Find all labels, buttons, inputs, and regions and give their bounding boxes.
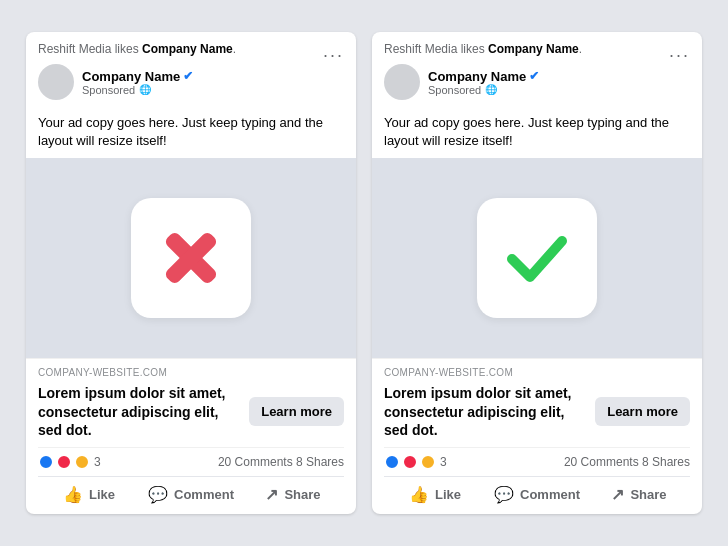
- likes-text-1: Reshift Media likes: [38, 42, 142, 56]
- profile-row-2: Company Name ✔ Sponsored 🌐: [384, 64, 690, 100]
- facebook-ad-card-1: Reshift Media likes Company Name. ... Co…: [26, 32, 356, 514]
- dot-red-1: [56, 454, 72, 470]
- facebook-ad-card-2: Reshift Media likes Company Name. ... Co…: [372, 32, 702, 514]
- likes-bar-2: Reshift Media likes Company Name. ...: [384, 42, 690, 56]
- dot-red-2: [402, 454, 418, 470]
- sponsored-row-2: Sponsored 🌐: [428, 84, 539, 96]
- comments-shares-1: 20 Comments 8 Shares: [218, 455, 344, 469]
- actions-bar-1: 👍 Like 💬 Comment ↗ Share: [38, 476, 344, 514]
- cross-icon: [156, 223, 226, 293]
- comment-button-1[interactable]: 💬 Comment: [140, 479, 242, 510]
- card-header-2: Reshift Media likes Company Name. ... Co…: [372, 32, 702, 106]
- share-icon-1: ↗: [265, 485, 278, 504]
- reactions-bar-2: 3 20 Comments 8 Shares: [384, 447, 690, 476]
- ad-copy-2: Your ad copy goes here. Just keep typing…: [372, 106, 702, 158]
- company-name-likes-2: Company Name: [488, 42, 579, 56]
- reactions-left-2: 3: [384, 454, 447, 470]
- dot-yellow-2: [420, 454, 436, 470]
- reactions-bar-1: 3 20 Comments 8 Shares: [38, 447, 344, 476]
- comment-button-2[interactable]: 💬 Comment: [486, 479, 588, 510]
- card-bottom-1: COMPANY-WEBSITE.COM Lorem ipsum dolor si…: [26, 358, 356, 514]
- dot-blue-2: [384, 454, 400, 470]
- ad-footer-1: Lorem ipsum dolor sit amet, consectetur …: [38, 380, 344, 447]
- reaction-dots-1: [38, 454, 90, 470]
- avatar-1: [38, 64, 74, 100]
- reaction-dots-2: [384, 454, 436, 470]
- ad-footer-2: Lorem ipsum dolor sit amet, consectetur …: [384, 380, 690, 447]
- company-name-likes-1: Company Name: [142, 42, 233, 56]
- check-icon: [502, 223, 572, 293]
- card-header-1: Reshift Media likes Company Name. ... Co…: [26, 32, 356, 106]
- verified-icon-2: ✔: [529, 69, 539, 83]
- profile-row-1: Company Name ✔ Sponsored 🌐: [38, 64, 344, 100]
- sponsored-row-1: Sponsored 🌐: [82, 84, 193, 96]
- dot-blue-1: [38, 454, 54, 470]
- ad-copy-1: Your ad copy goes here. Just keep typing…: [26, 106, 356, 158]
- ad-headline-1: Lorem ipsum dolor sit amet, consectetur …: [38, 384, 249, 439]
- like-icon-2: 👍: [409, 485, 429, 504]
- like-button-1[interactable]: 👍 Like: [38, 479, 140, 510]
- like-icon-1: 👍: [63, 485, 83, 504]
- likes-text-2: Reshift Media likes: [384, 42, 488, 56]
- share-button-1[interactable]: ↗ Share: [242, 479, 344, 510]
- learn-more-button-1[interactable]: Learn more: [249, 397, 344, 426]
- comment-icon-1: 💬: [148, 485, 168, 504]
- profile-info-2: Company Name ✔ Sponsored 🌐: [428, 69, 539, 96]
- globe-icon-1: 🌐: [139, 84, 151, 95]
- globe-icon-2: 🌐: [485, 84, 497, 95]
- avatar-2: [384, 64, 420, 100]
- image-area-2: [372, 158, 702, 358]
- likes-bar-1: Reshift Media likes Company Name. ...: [38, 42, 344, 56]
- reactions-left-1: 3: [38, 454, 101, 470]
- image-area-1: [26, 158, 356, 358]
- verified-icon-1: ✔: [183, 69, 193, 83]
- comments-shares-2: 20 Comments 8 Shares: [564, 455, 690, 469]
- learn-more-button-2[interactable]: Learn more: [595, 397, 690, 426]
- share-button-2[interactable]: ↗ Share: [588, 479, 690, 510]
- profile-name-2: Company Name ✔: [428, 69, 539, 84]
- website-url-2: COMPANY-WEBSITE.COM: [384, 367, 690, 378]
- more-dots-2[interactable]: ...: [669, 42, 690, 60]
- icon-box-cross: [131, 198, 251, 318]
- profile-info-1: Company Name ✔ Sponsored 🌐: [82, 69, 193, 96]
- website-url-1: COMPANY-WEBSITE.COM: [38, 367, 344, 378]
- more-dots-1[interactable]: ...: [323, 42, 344, 60]
- profile-name-1: Company Name ✔: [82, 69, 193, 84]
- ad-headline-2: Lorem ipsum dolor sit amet, consectetur …: [384, 384, 595, 439]
- card-bottom-2: COMPANY-WEBSITE.COM Lorem ipsum dolor si…: [372, 358, 702, 514]
- comment-icon-2: 💬: [494, 485, 514, 504]
- reactions-count-1: 3: [94, 455, 101, 469]
- reactions-count-2: 3: [440, 455, 447, 469]
- share-icon-2: ↗: [611, 485, 624, 504]
- like-button-2[interactable]: 👍 Like: [384, 479, 486, 510]
- dot-yellow-1: [74, 454, 90, 470]
- icon-box-check: [477, 198, 597, 318]
- actions-bar-2: 👍 Like 💬 Comment ↗ Share: [384, 476, 690, 514]
